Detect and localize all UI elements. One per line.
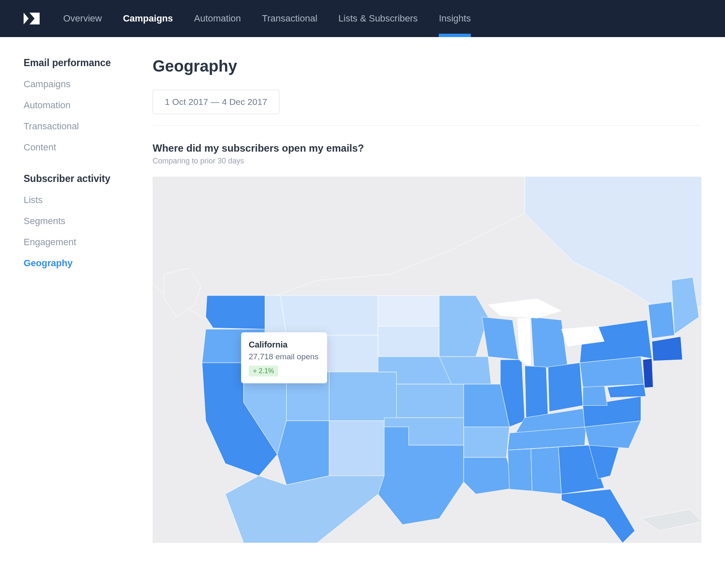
state-nj[interactable] [643,358,653,388]
state-sd[interactable] [378,326,439,357]
sidebar-item-segments[interactable]: Segments [24,216,129,227]
state-az[interactable] [277,421,329,485]
nav-automation[interactable]: Automation [194,0,241,37]
state-vt[interactable] [648,302,674,338]
state-mt[interactable] [280,296,378,335]
top-nav: Overview Campaigns Automation Transactio… [0,0,725,37]
state-ms[interactable] [508,449,532,491]
divider [153,125,701,126]
tooltip-state: California [249,340,319,350]
nav-campaigns[interactable]: Campaigns [123,0,173,37]
sidebar-item-campaigns[interactable]: Campaigns [24,79,129,90]
state-wa[interactable] [206,296,265,329]
sidebar-item-automation[interactable]: Automation [24,100,129,111]
state-la[interactable] [464,457,516,494]
sidebar-heading-subscriber-activity: Subscriber activity [24,173,129,184]
section-title: Where did my subscribers open my emails? [153,142,701,154]
sidebar: Email performance Campaigns Automation T… [24,57,129,543]
geography-map[interactable]: California 27,718 email opens + 2.1% [153,176,701,543]
map-tooltip: California 27,718 email opens + 2.1% [241,332,327,383]
sidebar-item-content[interactable]: Content [24,142,129,153]
page-title: Geography [153,57,701,75]
state-al[interactable] [531,447,562,494]
sidebar-heading-email-performance: Email performance [24,57,129,69]
state-in[interactable] [525,366,548,418]
sidebar-item-engagement[interactable]: Engagement [24,237,129,248]
nav-insights[interactable]: Insights [439,0,471,37]
state-nd[interactable] [378,296,439,326]
tooltip-value: 27,718 email opens [249,352,319,361]
main-content: Geography 1 Oct 2017 — 4 Dec 2017 Where … [153,57,701,543]
state-mi[interactable] [531,317,568,369]
state-oh[interactable] [548,363,583,412]
nav-lists-subscribers[interactable]: Lists & Subscribers [338,0,418,37]
state-ks[interactable] [397,384,464,418]
sidebar-item-transactional[interactable]: Transactional [24,121,129,132]
section-subtitle: Comparing to prior 30 days [153,157,701,166]
tooltip-delta-badge: + 2.1% [249,366,278,377]
sidebar-item-geography[interactable]: Geography [24,258,129,269]
nav-overview[interactable]: Overview [63,0,102,37]
state-co[interactable] [329,372,397,421]
state-ar[interactable] [464,427,510,458]
date-range-picker[interactable]: 1 Oct 2017 — 4 Dec 2017 [153,90,279,114]
logo-icon [24,13,40,24]
state-nm[interactable] [329,421,384,476]
state-wi[interactable] [482,317,519,360]
nav-transactional[interactable]: Transactional [262,0,317,37]
sidebar-item-lists[interactable]: Lists [24,195,129,206]
